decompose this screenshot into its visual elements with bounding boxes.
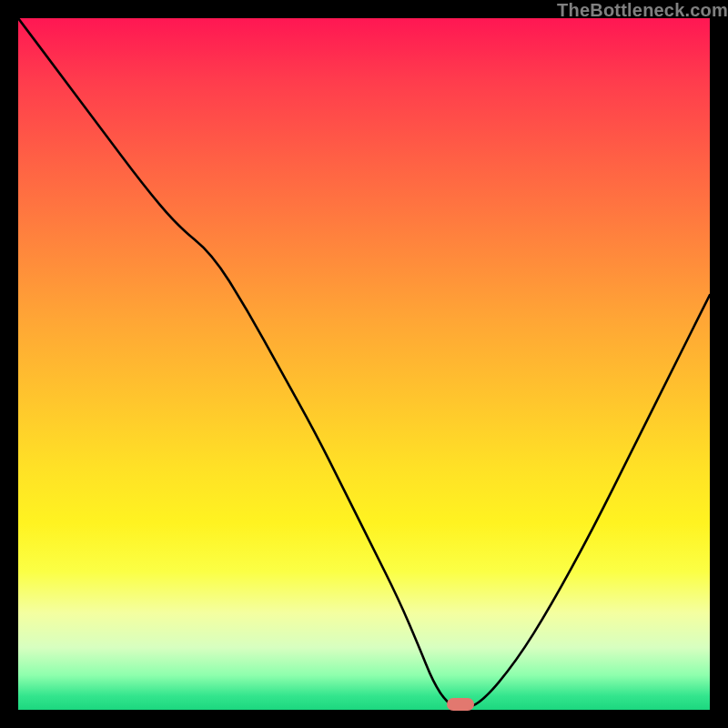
chart-plot-area [18,18,710,710]
optimal-point-marker [447,698,474,711]
bottleneck-curve [18,18,710,710]
outer-black-frame: TheBottleneck.com [0,0,728,728]
